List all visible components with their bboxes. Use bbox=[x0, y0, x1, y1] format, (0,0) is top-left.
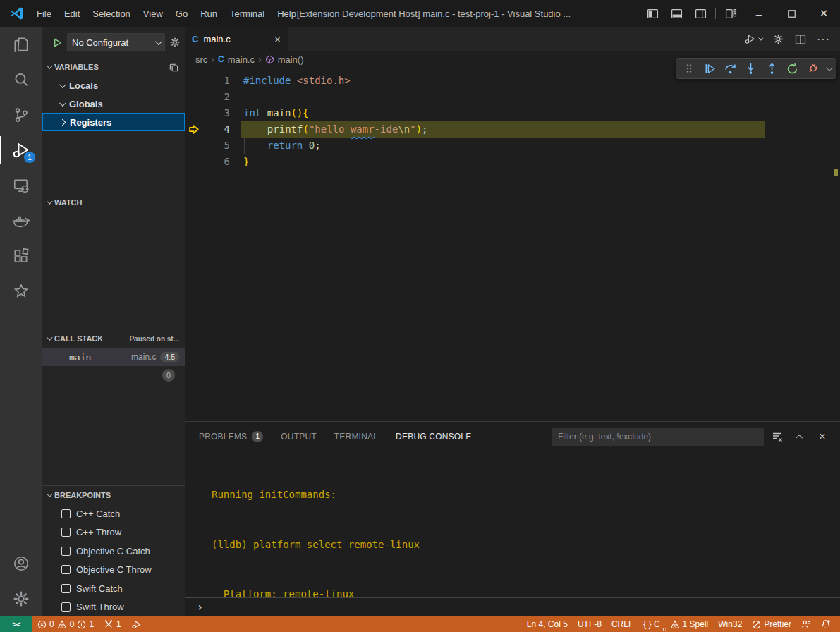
spell-count: 1 Spell bbox=[683, 619, 709, 629]
breadcrumb-symbol[interactable]: main() bbox=[278, 54, 304, 65]
menu-selection[interactable]: Selection bbox=[86, 8, 136, 19]
tools-status[interactable]: 1 bbox=[99, 616, 126, 632]
docker-icon[interactable] bbox=[0, 203, 42, 238]
editor-settings-gear-icon[interactable] bbox=[772, 33, 784, 45]
accounts-icon[interactable] bbox=[0, 546, 42, 581]
code-editor[interactable]: 1#include <stdio.h> 2 3int main(){ 4 pri… bbox=[185, 67, 840, 421]
debug-console-input[interactable]: › bbox=[185, 597, 840, 616]
breakpoint-swift-throw[interactable]: Swift Throw bbox=[42, 598, 185, 617]
line-number: 2 bbox=[206, 89, 230, 105]
notifications-bell-icon[interactable] bbox=[816, 616, 836, 632]
search-icon[interactable] bbox=[0, 62, 42, 97]
menu-edit[interactable]: Edit bbox=[58, 8, 86, 19]
menu-terminal[interactable]: Terminal bbox=[224, 8, 271, 19]
maximize-button[interactable] bbox=[775, 0, 808, 27]
variables-scope-globals[interactable]: Globals bbox=[42, 95, 185, 113]
menu-go[interactable]: Go bbox=[169, 8, 194, 19]
breakpoint-swift-catch[interactable]: Swift Catch bbox=[42, 579, 185, 598]
explorer-icon[interactable] bbox=[0, 27, 42, 62]
code-token bbox=[243, 121, 255, 138]
eol-indicator[interactable]: CRLF bbox=[607, 616, 638, 632]
chevron-down-icon bbox=[59, 81, 66, 88]
breadcrumb-file[interactable]: main.c bbox=[228, 54, 255, 65]
debug-console-output[interactable]: Running initCommands: (lldb) platform se… bbox=[185, 451, 840, 597]
run-or-debug-icon[interactable] bbox=[744, 33, 762, 45]
problems-status[interactable]: 0 0 1 bbox=[32, 616, 99, 632]
breakpoint-label: Objective C Catch bbox=[76, 546, 150, 557]
cursor-position[interactable]: Ln 4, Col 5 bbox=[522, 616, 573, 632]
breakpoint-cpp-catch[interactable]: C++ Catch bbox=[42, 504, 185, 523]
tab-terminal[interactable]: TERMINAL bbox=[334, 422, 378, 451]
run-and-debug-icon[interactable]: 1 bbox=[0, 133, 42, 168]
breakpoint-objc-catch[interactable]: Objective C Catch bbox=[42, 542, 185, 561]
close-window-button[interactable]: ✕ bbox=[808, 0, 840, 27]
stack-frame-row[interactable]: main main.c 4:5 bbox=[42, 348, 185, 366]
breakpoint-objc-throw[interactable]: Objective C Throw bbox=[42, 561, 185, 580]
toggle-panel-icon[interactable] bbox=[664, 0, 688, 27]
variables-scope-locals[interactable]: Locals bbox=[42, 76, 185, 95]
configure-gear-icon[interactable] bbox=[169, 37, 181, 48]
tab-label: main.c bbox=[203, 34, 230, 44]
menu-view[interactable]: View bbox=[137, 8, 169, 19]
step-over-button[interactable] bbox=[723, 61, 738, 76]
star-extension-icon[interactable] bbox=[0, 274, 42, 309]
code-token: return bbox=[267, 138, 309, 154]
debug-status-icon[interactable] bbox=[126, 616, 147, 632]
continue-button[interactable] bbox=[702, 61, 717, 76]
toggle-primary-sidebar-icon[interactable] bbox=[640, 0, 664, 27]
tab-main-c[interactable]: C main.c × bbox=[185, 27, 288, 51]
source-control-icon[interactable] bbox=[0, 97, 42, 133]
variables-section-header[interactable]: VARIABLES bbox=[42, 58, 185, 76]
remote-indicator[interactable]: >< bbox=[0, 616, 32, 632]
checkbox[interactable] bbox=[61, 547, 71, 556]
code-line-3: 3int main(){ bbox=[185, 105, 840, 121]
tab-debug-console[interactable]: DEBUG CONSOLE bbox=[396, 422, 471, 451]
menu-run[interactable]: Run bbox=[194, 8, 224, 19]
checkbox[interactable] bbox=[61, 584, 71, 593]
tab-output[interactable]: OUTPUT bbox=[281, 422, 317, 451]
code-line-4-current: 4 printf("hello wamr-ide\n"); bbox=[185, 121, 840, 138]
formatter-status[interactable]: Prettier bbox=[747, 616, 796, 632]
maximize-panel-chevron-icon[interactable] bbox=[791, 427, 809, 446]
more-actions-icon[interactable]: ··· bbox=[817, 33, 830, 46]
breakpoint-label: Swift Throw bbox=[76, 602, 124, 612]
language-mode[interactable]: { } C bbox=[638, 616, 664, 632]
close-panel-icon[interactable]: × bbox=[813, 427, 832, 446]
toolbar-grip-handle[interactable] bbox=[681, 61, 697, 76]
minimize-button[interactable]: – bbox=[743, 0, 775, 27]
menu-file[interactable]: File bbox=[30, 8, 58, 19]
tab-close-icon[interactable]: × bbox=[274, 33, 281, 45]
watch-section-header[interactable]: WATCH bbox=[42, 193, 185, 212]
feedback-icon[interactable] bbox=[796, 616, 816, 632]
breadcrumb-folder[interactable]: src bbox=[195, 54, 207, 65]
debug-start-icon[interactable] bbox=[52, 37, 63, 48]
disconnect-button[interactable] bbox=[805, 61, 821, 76]
checkbox[interactable] bbox=[61, 565, 71, 574]
platform-indicator[interactable]: Win32 bbox=[713, 616, 747, 632]
remote-explorer-icon[interactable] bbox=[0, 168, 42, 203]
settings-gear-icon[interactable] bbox=[0, 581, 42, 616]
checkbox[interactable] bbox=[61, 509, 71, 518]
copy-icon[interactable] bbox=[169, 62, 179, 73]
breakpoint-cpp-throw[interactable]: C++ Throw bbox=[42, 523, 185, 542]
spell-checker-status[interactable]: 1 Spell bbox=[665, 616, 714, 632]
checkbox[interactable] bbox=[61, 528, 71, 537]
call-stack-section-header[interactable]: CALL STACK Paused on st... bbox=[42, 329, 185, 348]
toggle-secondary-sidebar-icon[interactable] bbox=[688, 0, 712, 27]
encoding-indicator[interactable]: UTF-8 bbox=[573, 616, 607, 632]
split-editor-icon[interactable] bbox=[795, 34, 806, 45]
restart-button[interactable] bbox=[784, 61, 800, 76]
customize-layout-icon[interactable] bbox=[719, 0, 743, 27]
variables-scope-registers[interactable]: Registers bbox=[42, 113, 185, 131]
step-out-button[interactable] bbox=[764, 61, 779, 76]
breakpoints-section-header[interactable]: BREAKPOINTS bbox=[42, 486, 185, 504]
step-into-button[interactable] bbox=[743, 61, 759, 76]
globals-label: Globals bbox=[69, 99, 103, 109]
console-filter-input[interactable] bbox=[552, 428, 764, 446]
checkbox[interactable] bbox=[61, 602, 71, 612]
clear-console-icon[interactable] bbox=[768, 427, 786, 446]
launch-config-dropdown[interactable]: No Configurat bbox=[67, 33, 165, 51]
extensions-icon[interactable] bbox=[0, 238, 42, 274]
debug-action-chevron-icon[interactable] bbox=[826, 64, 833, 71]
tab-problems[interactable]: PROBLEMS 1 bbox=[199, 422, 263, 451]
